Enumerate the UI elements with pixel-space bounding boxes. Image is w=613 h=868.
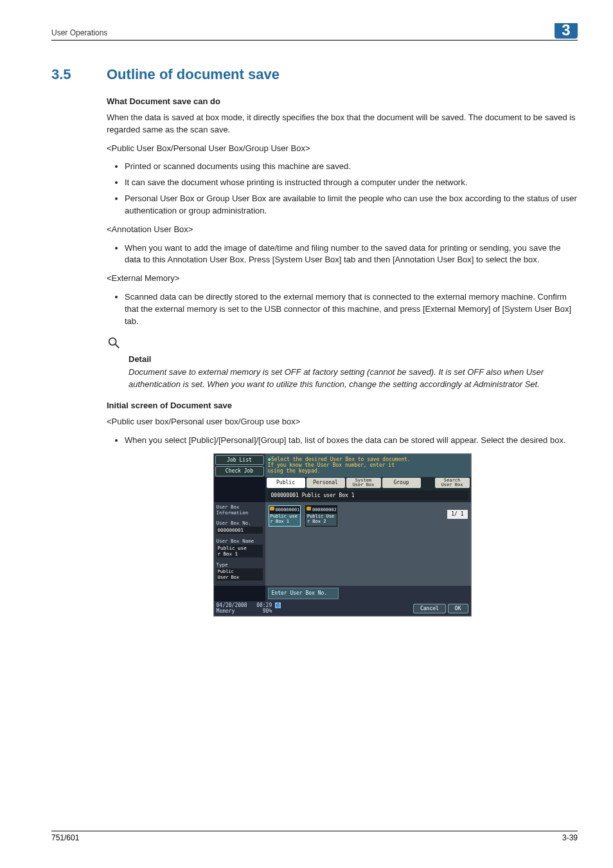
subhead-public: <Public User Box/Personal User Box/Group…	[107, 143, 578, 155]
list-external: Scanned data can be directly stored to t…	[107, 291, 578, 328]
footer-right: 3-39	[562, 833, 578, 842]
value-type: Public User Box	[217, 568, 263, 581]
cancel-button[interactable]: Cancel	[413, 604, 446, 614]
ok-button[interactable]: OK	[448, 604, 468, 614]
detail-label: Detail	[129, 354, 578, 366]
list-item: When you select [Public]/[Personal]/[Gro…	[125, 435, 578, 447]
box-list-area: 000000001 Public use r Box 1 000000002 P…	[265, 502, 471, 586]
subheading-initial: Initial screen of Document save	[107, 400, 578, 412]
list-annotation: When you want to add the image of date/t…	[107, 242, 578, 267]
section-number: 3.5	[51, 66, 107, 83]
userbox-tile[interactable]: 000000002 Public Use r Box 2	[305, 505, 337, 527]
paragraph-intro: When the data is saved at box mode, it d…	[107, 112, 578, 136]
tab-public[interactable]: Public	[267, 478, 305, 488]
page-footer: 751/601 3-39	[51, 831, 578, 842]
list-item: Printed or scanned documents using this …	[125, 161, 578, 173]
userbox-tile[interactable]: 000000001 Public use r Box 1	[269, 505, 301, 527]
tab-system[interactable]: System User Box	[346, 478, 381, 488]
list-item: Personal User Box or Group User Box are …	[125, 193, 578, 217]
tab-search[interactable]: Search User Box	[435, 478, 470, 488]
page-indicator: 1/ 1	[447, 510, 467, 519]
list-item: When you want to add the image of date/t…	[125, 242, 578, 267]
device-screenshot: Job List Check Job ◆Select the desired U…	[213, 453, 472, 617]
chapter-badge: 3	[555, 23, 578, 39]
magnifier-icon	[107, 336, 121, 354]
list-initial: When you select [Public]/[Personal]/[Gro…	[107, 435, 578, 447]
folder-icon: 000000001	[269, 506, 300, 514]
label-type: Type	[217, 562, 263, 568]
svg-point-0	[109, 338, 116, 345]
job-list-button[interactable]: Job List	[215, 455, 264, 466]
hint-text: ◆Select the desired User Box to save doc…	[265, 454, 471, 477]
section-title: Outline of document save	[107, 66, 280, 83]
detail-note: Detail Document save to external memory …	[107, 336, 578, 391]
list-public: Printed or scanned documents using this …	[107, 161, 578, 217]
selected-box-display: 000000001 Public user Box 1	[269, 491, 468, 501]
initial-sub: <Public user box/Personal user box/Group…	[107, 416, 578, 428]
value-userbox-no: 000000001	[217, 527, 263, 534]
running-header: User Operations	[51, 28, 578, 37]
folder-icon: 000000002	[306, 506, 337, 514]
value-userbox-name: Public use r Box 1	[217, 545, 263, 557]
subheading-what: What Document save can do	[107, 96, 578, 108]
tab-group[interactable]: Group	[382, 478, 421, 488]
status-bar: 04/20/2008 08:29 ⎙ Memory 90%	[217, 603, 411, 615]
detail-body: Document save to external memory is set …	[129, 366, 578, 391]
svg-line-1	[116, 344, 120, 348]
list-item: It can save the document whose printing …	[125, 177, 578, 189]
footer-left: 751/601	[51, 833, 79, 842]
section-heading: 3.5 Outline of document save	[51, 66, 578, 83]
label-userbox-no: User Box No.	[217, 520, 263, 526]
enter-userbox-button[interactable]: Enter User Box No.	[268, 588, 339, 599]
list-item: Scanned data can be directly stored to t…	[125, 291, 578, 328]
status-icon: ⎙	[275, 602, 281, 608]
label-userbox-name: User Box Name	[217, 538, 263, 544]
check-job-button[interactable]: Check Job	[215, 466, 264, 476]
subhead-external: <External Memory>	[107, 273, 578, 285]
userbox-info-panel: User Box Information User Box No. 000000…	[214, 502, 265, 586]
tab-personal[interactable]: Personal	[306, 478, 345, 488]
subhead-annotation: <Annotation User Box>	[107, 224, 578, 236]
